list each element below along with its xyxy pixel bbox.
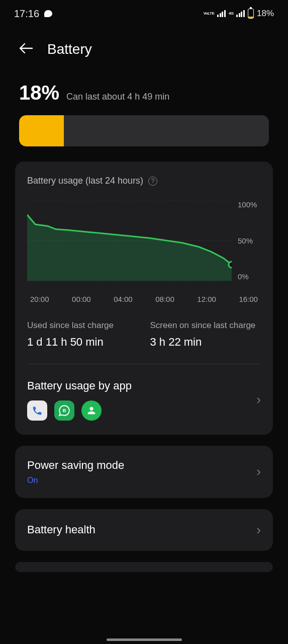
battery-level-fill	[19, 115, 64, 146]
xlabel: 16:00	[239, 295, 258, 303]
xlabel: 04:00	[114, 295, 133, 303]
battery-usage-card: Battery usage (last 24 hours) ? 100% 50%…	[15, 162, 273, 435]
usage-card-title: Battery usage (last 24 hours)	[27, 176, 143, 186]
status-right: VoLTE 4G 18%	[204, 9, 274, 19]
usage-stats: Used since last charge 1 d 11 h 50 min S…	[27, 319, 261, 349]
battery-level-bar	[19, 115, 269, 146]
signal-icon-2	[236, 10, 245, 17]
used-value: 1 d 11 h 50 min	[27, 336, 138, 349]
next-card-peek	[15, 562, 273, 572]
battery-icon	[248, 9, 254, 19]
used-label: Used since last charge	[27, 319, 138, 332]
phone-icon	[32, 405, 43, 416]
whatsapp-business-app-icon: B	[54, 400, 74, 421]
status-time: 17:16	[14, 8, 39, 20]
screen-on-since-charge: Screen on since last charge 3 h 22 min	[150, 319, 261, 349]
help-icon[interactable]: ?	[148, 177, 157, 186]
chevron-right-icon: ›	[256, 464, 261, 479]
net-label-2: 4G	[229, 12, 234, 16]
chart-x-labels: 20:00 00:00 04:00 08:00 12:00 16:00	[27, 295, 261, 303]
notification-icon	[44, 10, 52, 17]
svg-point-3	[229, 262, 232, 268]
status-bar: 17:16 VoLTE 4G 18%	[0, 0, 288, 25]
back-button[interactable]	[19, 41, 33, 57]
xlabel: 12:00	[197, 295, 216, 303]
battery-percent: 18%	[19, 82, 59, 104]
battery-chart: 100% 50% 0%	[27, 200, 261, 281]
net-label-1: VoLTE	[204, 12, 215, 16]
xlabel: 20:00	[30, 295, 49, 303]
contacts-app-icon	[81, 400, 102, 421]
power-saving-status: On	[27, 476, 124, 485]
by-app-title: Battery usage by app	[27, 379, 132, 392]
used-since-charge: Used since last charge 1 d 11 h 50 min	[27, 319, 138, 349]
ylabel-100: 100%	[238, 200, 261, 209]
divider	[27, 364, 261, 364]
signal-icon-1	[217, 10, 226, 17]
chevron-right-icon: ›	[256, 522, 261, 538]
battery-chart-svg	[27, 200, 232, 281]
ylabel-50: 50%	[238, 236, 261, 245]
screen-label: Screen on since last charge	[150, 319, 261, 332]
status-left: 17:16	[14, 8, 52, 20]
battery-health-title: Battery health	[27, 523, 95, 536]
app-icons-row: B	[27, 400, 132, 421]
phone-app-icon	[27, 400, 47, 421]
battery-health[interactable]: Battery health ›	[15, 509, 273, 551]
xlabel: 08:00	[155, 295, 174, 303]
status-battery-pct: 18%	[257, 9, 274, 19]
chevron-right-icon: ›	[256, 392, 261, 408]
page-title: Battery	[47, 41, 92, 57]
battery-estimate: Can last about 4 h 49 min	[66, 92, 169, 102]
arrow-left-icon	[19, 43, 33, 54]
power-saving-title: Power saving mode	[27, 459, 124, 472]
battery-usage-by-app[interactable]: Battery usage by app B ›	[27, 379, 261, 421]
svg-text:B: B	[62, 408, 66, 413]
screen-value: 3 h 22 min	[150, 336, 261, 349]
power-saving-mode[interactable]: Power saving mode On ›	[15, 446, 273, 498]
battery-summary: 18% Can last about 4 h 49 min	[0, 69, 288, 146]
nav-handle[interactable]	[107, 638, 182, 641]
chart-y-labels: 100% 50% 0%	[238, 200, 261, 281]
person-icon	[86, 405, 97, 416]
header: Battery	[0, 25, 288, 69]
whatsapp-business-icon: B	[58, 404, 71, 417]
ylabel-0: 0%	[238, 272, 261, 281]
xlabel: 00:00	[72, 295, 91, 303]
